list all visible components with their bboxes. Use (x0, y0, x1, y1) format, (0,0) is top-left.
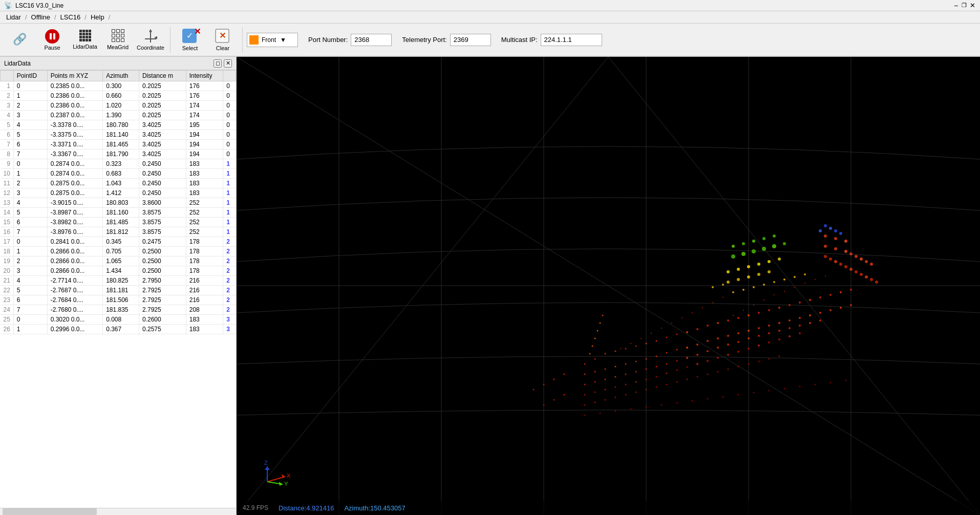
svg-point-44 (646, 358, 647, 360)
cell-azimuth: 180.803 (103, 198, 139, 208)
fps-display: 42.9 FPS (243, 504, 268, 511)
cell-pointid: 3 (13, 111, 47, 120)
table-row: 16 7 -3.8976 0.... 181.812 3.8575 252 1 (1, 227, 236, 237)
horizontal-scrollbar[interactable] (0, 508, 236, 515)
svg-point-204 (849, 268, 853, 271)
clear-button[interactable]: ✕ Clear (207, 25, 238, 55)
cell-rownum: 9 (1, 159, 14, 169)
data-panel-header: LidarData ◻ ✕ (0, 57, 236, 70)
restore-button[interactable]: ❐ (961, 2, 968, 9)
cell-pointid: 1 (13, 91, 47, 101)
cell-azimuth: 1.390 (103, 111, 139, 120)
view-dropdown[interactable]: Front ▼ (247, 33, 298, 47)
cell-azimuth: 181.790 (103, 149, 139, 159)
svg-point-195 (855, 255, 858, 258)
svg-point-241 (825, 275, 826, 276)
svg-point-59 (799, 317, 801, 319)
cell-rownum: 10 (1, 169, 14, 179)
multicast-ip-group: Multicast IP: (501, 34, 602, 46)
cell-pointid: 4 (13, 120, 47, 130)
cell-extra: 0 (223, 91, 236, 101)
h-scroll-thumb[interactable] (3, 508, 97, 515)
cell-extra: 3 (223, 325, 236, 334)
svg-point-65 (584, 384, 586, 385)
cell-points: -2.7680 0.... (47, 305, 103, 315)
multicast-ip-input[interactable] (541, 34, 602, 46)
svg-point-174 (742, 242, 745, 245)
port-number-input[interactable] (351, 34, 392, 46)
svg-point-89 (584, 394, 586, 396)
svg-point-71 (646, 369, 647, 370)
svg-text:Y: Y (284, 481, 288, 487)
svg-point-52 (727, 335, 729, 337)
svg-point-66 (594, 381, 596, 383)
cell-points: 0.3020 0.0... (47, 315, 103, 325)
svg-point-61 (819, 312, 821, 314)
menu-offline[interactable]: Offline (27, 12, 54, 22)
view-3d-panel[interactable]: X Y Z 42.9 FPS Distance:4.921416 Azimuth… (237, 57, 980, 515)
select-button[interactable]: ✓ ✕ Select (175, 25, 205, 55)
telemetry-port-input[interactable] (450, 34, 491, 46)
cell-points: 0.2866 0.0... (47, 266, 103, 276)
cell-distance: 3.4025 (139, 140, 186, 149)
minimize-button[interactable]: − (952, 2, 960, 9)
panel-close-button[interactable]: ✕ (224, 59, 232, 68)
table-row: 3 2 0.2386 0.0... 1.020 0.2025 174 0 (1, 101, 236, 111)
select-icon: ✓ ✕ (182, 29, 198, 44)
svg-point-199 (824, 255, 827, 258)
axes-indicator: X Y Z (257, 459, 293, 495)
svg-point-77 (707, 350, 709, 352)
cell-rownum: 16 (1, 227, 14, 237)
panel-restore-button[interactable]: ◻ (214, 59, 222, 68)
table-row: 20 3 0.2866 0.0... 1.434 0.2500 178 2 (1, 266, 236, 276)
cell-pointid: 5 (13, 286, 47, 295)
cell-points: -3.8976 0.... (47, 227, 103, 237)
cell-distance: 0.2450 (139, 169, 186, 179)
svg-point-157 (737, 268, 740, 271)
svg-point-81 (748, 337, 750, 339)
svg-point-19 (666, 337, 668, 338)
svg-point-134 (630, 409, 632, 410)
cell-azimuth: 0.683 (103, 169, 139, 179)
cell-pointid: 5 (13, 208, 47, 218)
cell-intensity: 183 (186, 179, 223, 188)
svg-point-80 (737, 341, 739, 343)
svg-point-136 (661, 404, 663, 406)
svg-point-85 (789, 327, 791, 329)
app-icon: 📡 (4, 2, 12, 9)
svg-point-64 (850, 304, 852, 306)
pause-button[interactable]: Pause (37, 25, 68, 55)
svg-point-211 (829, 227, 832, 230)
table-scroll[interactable]: PointID Points m XYZ Azimuth Distance m … (0, 70, 236, 508)
svg-point-226 (671, 323, 672, 324)
table-row: 21 4 -2.7714 0.... 180.825 2.7950 216 2 (1, 276, 236, 286)
table-row: 8 7 -3.3367 0.... 181.790 3.4025 194 0 (1, 149, 236, 159)
svg-point-51 (717, 337, 719, 339)
menu-lidar[interactable]: Lidar (2, 12, 25, 22)
cell-distance: 0.2500 (139, 247, 186, 256)
link-button[interactable]: 🔗 (4, 25, 35, 55)
coordinate-button[interactable]: Coordinate (135, 25, 166, 55)
svg-point-121 (687, 379, 688, 380)
svg-point-172 (783, 242, 786, 245)
table-row: 4 3 0.2387 0.0... 1.390 0.2025 174 0 (1, 111, 236, 120)
title-bar-controls: − ❐ ✕ (952, 2, 976, 9)
table-row: 24 7 -2.7680 0.... 181.835 2.7925 208 2 (1, 305, 236, 315)
menu-lsc16[interactable]: LSC16 (56, 12, 85, 22)
cell-intensity: 195 (186, 120, 223, 130)
cell-points: 0.2866 0.0... (47, 256, 103, 266)
meagrid-button[interactable]: MeaGrid (102, 25, 133, 55)
svg-point-127 (748, 363, 750, 365)
cell-azimuth: 1.065 (103, 256, 139, 266)
lidardata-button[interactable]: LidarData (70, 25, 100, 55)
table-row: 1 0 0.2385 0.0... 0.300 0.2025 176 0 (1, 81, 236, 91)
cell-extra: 2 (223, 305, 236, 315)
close-button[interactable]: ✕ (969, 2, 976, 9)
cell-azimuth: 0.367 (103, 325, 139, 334)
svg-point-140 (722, 396, 724, 398)
table-row: 15 6 -3.8982 0.... 181.485 3.8575 252 1 (1, 218, 236, 227)
cell-points: 0.2387 0.0... (47, 111, 103, 120)
menu-help[interactable]: Help (87, 12, 109, 22)
data-panel-controls: ◻ ✕ (214, 59, 232, 68)
cell-extra: 0 (223, 111, 236, 120)
